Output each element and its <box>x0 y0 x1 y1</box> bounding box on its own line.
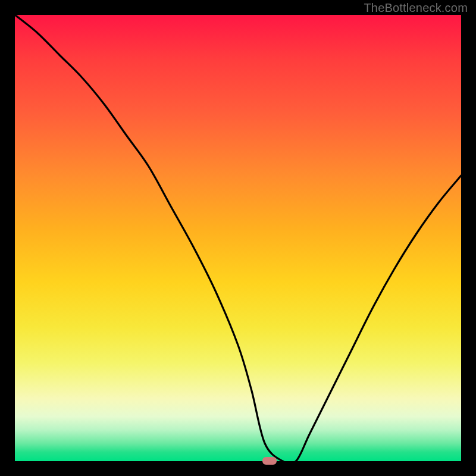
plot-area <box>15 15 461 461</box>
bottleneck-curve <box>15 15 461 461</box>
optimal-marker <box>262 457 277 465</box>
watermark-text: TheBottleneck.com <box>364 1 468 15</box>
chart-frame: TheBottleneck.com <box>0 0 476 476</box>
